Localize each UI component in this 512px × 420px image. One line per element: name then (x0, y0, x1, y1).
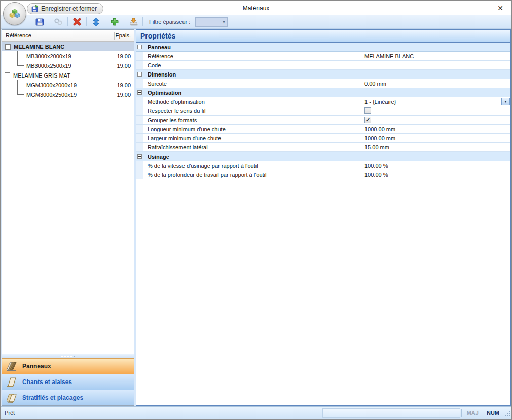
link-icon (54, 18, 63, 26)
toolbar-separator (124, 17, 124, 26)
property-row-grouper-formats: Grouper les formats (136, 116, 510, 125)
filter-thickness-label: Filtre épaisseur : (149, 19, 190, 25)
property-row-respecter-sens-fil: Respecter le sens du fil (136, 106, 510, 116)
tree-connector (17, 94, 24, 95)
tree-row[interactable]: MGM3000x2000x19 19.00 (2, 80, 134, 90)
nav-item-stratifies-et-placages[interactable]: Stratifiés et placages (2, 390, 134, 405)
nav-item-chants-et-alaises[interactable]: Chants et alaises (2, 374, 134, 390)
section-row-panneau[interactable]: Panneau (136, 43, 510, 52)
statusbar: Prêt MAJ NUM (1, 406, 511, 419)
nav-item-panneaux[interactable]: Panneaux (2, 358, 134, 374)
toolbar-separator (142, 17, 143, 26)
tree-row-label: MELAMINE BLANC (3, 44, 111, 50)
close-button[interactable]: ✕ (495, 4, 505, 13)
property-value-field[interactable]: MELAMINE BLANC (361, 52, 510, 60)
property-value: 1 - {Linéaire} (364, 99, 396, 105)
section-label: Dimension (143, 70, 176, 79)
tree-row[interactable]: MB3000x2000x19 19.00 (2, 51, 134, 61)
edgeband-icon (5, 376, 18, 388)
property-row-methode-optimisation: Méthode d'optimisation 1 - {Linéaire} ▼ (136, 97, 510, 106)
property-value-field[interactable]: 1000.00 mm (361, 125, 510, 133)
property-value-field[interactable]: 100.00 % (361, 170, 510, 179)
toolbar-separator (30, 17, 30, 26)
toolbar-separator (49, 17, 49, 26)
save-icon (35, 18, 44, 26)
tree-row-group[interactable]: MELAMINE BLANC (2, 42, 134, 51)
status-ready-text: Prêt (1, 410, 15, 416)
properties-panel: Propriétés Panneau Référence MELAMINE BL… (136, 29, 511, 406)
export-button[interactable] (127, 16, 139, 27)
panels-icon (5, 360, 18, 372)
status-divider (321, 409, 321, 417)
tree-row[interactable]: MB3000x2500x19 19.00 (2, 61, 134, 70)
property-value-field[interactable]: 15.00 mm (361, 143, 510, 151)
property-value: MELAMINE BLANC (364, 53, 414, 59)
save-button[interactable] (33, 16, 46, 27)
property-value-field[interactable] (361, 61, 510, 69)
property-label: Largeur minimum d'une chute (143, 134, 361, 142)
toolbar-separator (86, 17, 87, 26)
section-row-usinage[interactable]: Usinage (136, 152, 510, 161)
toolbar-separator (105, 17, 105, 26)
property-row-code: Code (136, 61, 510, 70)
property-label: Code (143, 61, 361, 69)
property-value-field[interactable]: 1000.00 mm (361, 134, 510, 142)
checkbox[interactable] (364, 117, 371, 123)
property-value-field[interactable]: 1 - {Linéaire} ▼ (361, 97, 510, 106)
collapse-icon[interactable] (5, 44, 11, 50)
property-label: Rafraîchissement latéral (143, 143, 361, 151)
properties-header: Propriétés (136, 30, 510, 43)
thickness-column-header[interactable]: Epais. (115, 32, 134, 39)
toolbar: Filtre épaisseur : ▼ (1, 15, 511, 29)
property-value-field[interactable]: 0.00 mm (361, 79, 510, 88)
cubes-logo-icon (8, 7, 22, 21)
section-row-dimension[interactable]: Dimension (136, 70, 510, 79)
link-button[interactable] (52, 16, 64, 27)
property-value: 100.00 % (364, 172, 388, 178)
collapse-icon[interactable] (137, 154, 142, 159)
materials-dialog-window: Matériaux ✕ (0, 0, 512, 420)
property-label: Longueur minimum d'une chute (143, 125, 361, 133)
property-grid: Panneau Référence MELAMINE BLANC Code Di… (136, 43, 510, 179)
property-row-reference: Référence MELAMINE BLANC (136, 52, 510, 61)
tree-row[interactable]: MGM3000x2500x19 19.00 (2, 90, 134, 99)
property-value-field[interactable]: 100.00 % (361, 161, 510, 170)
materials-tree-panel: Référence Epais. MELAMINE BLANC MB3000x2… (2, 29, 134, 406)
move-up-down-button[interactable] (90, 16, 102, 27)
resize-grip[interactable] (503, 409, 510, 416)
collapse-icon[interactable] (5, 72, 10, 78)
nav-splitter-handle[interactable] (2, 354, 134, 358)
section-label: Usinage (143, 152, 169, 161)
tree-connector (17, 85, 24, 85)
property-value: 15.00 mm (364, 144, 389, 150)
tree-row-thickness: 19.00 (112, 63, 134, 69)
laminate-icon (5, 392, 18, 404)
tree-row-thickness: 19.00 (112, 92, 134, 98)
tree-row-group[interactable]: MELAMINE GRIS MAT (2, 70, 134, 80)
dropdown-button[interactable]: ▼ (501, 98, 510, 105)
section-row-optimisation[interactable]: Optimisation (136, 88, 510, 97)
filter-thickness-combobox[interactable]: ▼ (195, 17, 228, 27)
application-menu-button[interactable] (3, 2, 26, 25)
property-row-rafraichissement-lateral: Rafraîchissement latéral 15.00 mm (136, 143, 510, 152)
property-row-surcote: Surcote 0.00 mm (136, 79, 510, 88)
nav-item-label: Chants et alaises (22, 378, 72, 386)
collapse-icon[interactable] (137, 72, 142, 77)
property-label: % de la profondeur de travail par rappor… (143, 170, 361, 179)
save-and-close-button[interactable]: Enregistrer et fermer (27, 3, 103, 14)
save-close-label: Enregistrer et fermer (41, 5, 97, 12)
toolbar-separator (67, 17, 68, 26)
tree-connector (17, 65, 24, 66)
property-row-longueur-min-chute: Longueur minimum d'une chute 1000.00 mm (136, 125, 510, 134)
add-icon (111, 18, 119, 26)
reference-column-header[interactable]: Référence (2, 32, 114, 39)
property-value: 100.00 % (364, 163, 388, 169)
status-inset-panel (322, 408, 460, 418)
collapse-icon[interactable] (137, 45, 142, 49)
checkbox[interactable] (364, 107, 371, 114)
delete-button[interactable] (71, 16, 83, 27)
property-label: Respecter le sens du fil (143, 106, 361, 115)
add-button[interactable] (108, 16, 121, 27)
property-label: Méthode d'optimisation (143, 97, 361, 106)
collapse-icon[interactable] (137, 90, 142, 95)
